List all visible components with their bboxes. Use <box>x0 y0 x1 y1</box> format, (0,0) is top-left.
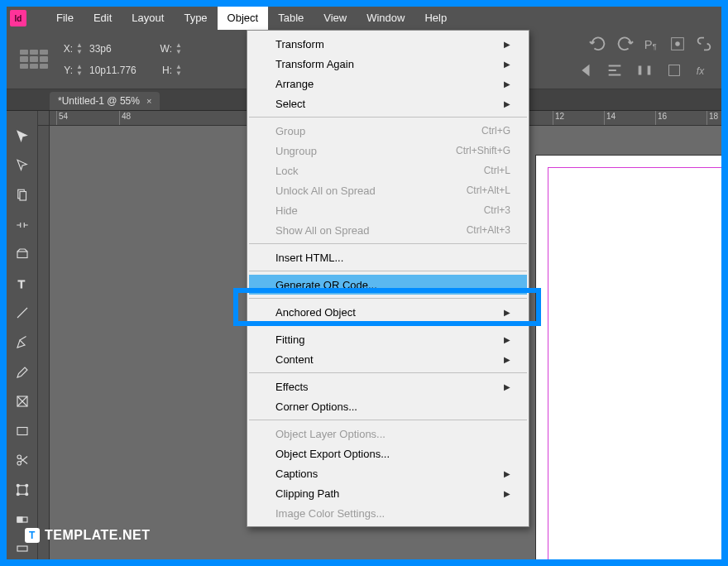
fx-icon[interactable]: fx <box>695 61 713 79</box>
document-tab-title: *Untitled-1 @ 55% <box>58 95 140 107</box>
menu-item-corner-options[interactable]: Corner Options... <box>247 396 529 416</box>
svg-rect-16 <box>17 427 27 434</box>
svg-line-12 <box>17 308 27 318</box>
direct-selection-tool-icon[interactable] <box>12 156 33 177</box>
skip-back-icon[interactable] <box>576 61 594 79</box>
rectangle-tool-icon[interactable] <box>12 420 33 442</box>
ruler-tick: 14 <box>604 111 615 126</box>
menu-item-transform-again[interactable]: Transform Again▶ <box>247 54 529 74</box>
w-field[interactable]: W: ▲▼ <box>159 41 247 57</box>
ruler-tick: 48 <box>119 111 131 126</box>
scissors-tool-icon[interactable] <box>12 450 33 472</box>
app-logo-icon: Id <box>10 10 26 26</box>
y-field[interactable]: Y: ▲▼ 10p11.776 <box>60 62 147 79</box>
redo-icon[interactable] <box>615 35 634 53</box>
menu-item-captions[interactable]: Captions▶ <box>247 463 529 483</box>
submenu-arrow-icon: ▶ <box>504 489 510 498</box>
x-value[interactable]: 33p6 <box>89 43 147 55</box>
menu-item-arrange[interactable]: Arrange▶ <box>247 74 529 94</box>
svg-point-20 <box>17 484 19 487</box>
gap-tool-icon[interactable] <box>12 214 33 236</box>
stepper-icon[interactable]: ▲▼ <box>76 62 86 79</box>
rectangle-frame-tool-icon[interactable] <box>12 391 33 412</box>
menu-item-object-layer-options: Object Layer Options... <box>247 424 529 444</box>
menubar-item-file[interactable]: File <box>46 7 84 30</box>
distribute-icon[interactable] <box>635 61 654 79</box>
submenu-arrow-icon: ▶ <box>504 40 510 49</box>
menu-item-label: Effects <box>275 381 309 393</box>
reference-point-grid[interactable] <box>20 50 48 70</box>
menu-item-label: Unlock All on Spread <box>275 185 376 197</box>
menubar-item-layout[interactable]: Layout <box>122 7 174 30</box>
x-label: X: <box>60 43 73 55</box>
close-icon[interactable]: × <box>146 96 151 106</box>
menubar-item-view[interactable]: View <box>314 7 357 30</box>
right-toolbar-2: fx <box>576 61 713 79</box>
document-tab[interactable]: *Untitled-1 @ 55% × <box>50 92 160 110</box>
selection-tool-icon[interactable] <box>12 126 33 147</box>
menu-item-select[interactable]: Select▶ <box>247 94 529 113</box>
link-icon[interactable] <box>695 35 713 53</box>
frame-options-icon[interactable] <box>668 35 687 53</box>
menu-item-clipping-path[interactable]: Clipping Path▶ <box>247 483 529 503</box>
menu-item-label: Content <box>275 353 314 366</box>
menu-item-label: Clipping Path <box>275 487 339 500</box>
character-panel-icon[interactable]: P¶ <box>642 35 660 53</box>
stepper-icon[interactable]: ▲▼ <box>175 41 185 57</box>
menu-item-content[interactable]: Content▶ <box>247 349 529 369</box>
menubar-item-table[interactable]: Table <box>268 7 314 30</box>
menu-item-transform[interactable]: Transform▶ <box>247 34 529 54</box>
menubar-item-window[interactable]: Window <box>357 7 414 30</box>
menu-separator <box>249 271 527 271</box>
undo-icon[interactable] <box>589 35 607 53</box>
svg-rect-6 <box>669 65 680 76</box>
menu-item-fitting[interactable]: Fitting▶ <box>247 329 529 349</box>
menu-item-insert-html[interactable]: Insert HTML... <box>247 247 529 267</box>
ruler-origin[interactable] <box>38 111 50 126</box>
menu-item-label: Lock <box>275 165 298 177</box>
svg-point-3 <box>675 41 680 46</box>
menu-item-anchored-object[interactable]: Anchored Object▶ <box>247 302 529 322</box>
menu-separator <box>249 372 527 373</box>
y-label: Y: <box>60 65 73 76</box>
menu-item-object-export-options[interactable]: Object Export Options... <box>247 444 529 463</box>
pen-tool-icon[interactable] <box>12 332 33 353</box>
menu-item-effects[interactable]: Effects▶ <box>247 377 529 396</box>
menu-item-label: Corner Options... <box>275 401 357 413</box>
page-tool-icon[interactable] <box>12 185 33 206</box>
menubar-item-type[interactable]: Type <box>174 7 217 30</box>
menu-item-label: Object Layer Options... <box>275 428 386 440</box>
submenu-arrow-icon: ▶ <box>504 335 510 344</box>
menu-shortcut: Ctrl+Alt+3 <box>467 224 510 236</box>
submenu-arrow-icon: ▶ <box>504 355 510 364</box>
pencil-tool-icon[interactable] <box>12 362 33 383</box>
page[interactable] <box>536 156 721 559</box>
line-tool-icon[interactable] <box>12 303 33 324</box>
gradient-swatch-tool-icon[interactable] <box>12 509 33 530</box>
svg-point-22 <box>17 493 19 496</box>
content-collector-icon[interactable] <box>12 243 33 265</box>
menubar-item-help[interactable]: Help <box>414 7 457 30</box>
ruler-tick: 54 <box>56 111 68 126</box>
menu-separator <box>249 325 527 326</box>
menubar-item-object[interactable]: Object <box>218 7 269 30</box>
stepper-icon[interactable]: ▲▼ <box>175 62 185 79</box>
y-value[interactable]: 10p11.776 <box>89 65 147 76</box>
menu-item-label: Transform Again <box>275 58 354 70</box>
type-tool-icon[interactable]: T <box>12 273 33 295</box>
transform-icon[interactable] <box>665 61 683 79</box>
menubar-item-edit[interactable]: Edit <box>84 7 122 30</box>
stepper-icon[interactable]: ▲▼ <box>76 41 86 57</box>
menu-item-label: Ungroup <box>275 145 317 157</box>
menu-item-label: Transform <box>275 38 324 50</box>
toolbox: T <box>7 111 38 559</box>
ruler-vertical[interactable] <box>38 126 50 559</box>
h-field[interactable]: H: ▲▼ <box>159 62 247 79</box>
menu-item-image-color-settings: Image Color Settings... <box>247 503 529 523</box>
menu-item-label: Anchored Object <box>275 306 356 319</box>
submenu-arrow-icon: ▶ <box>504 79 510 89</box>
align-icon[interactable] <box>606 61 624 79</box>
menu-item-generate-qr-code[interactable]: Generate QR Code... <box>249 275 527 295</box>
x-field[interactable]: X: ▲▼ 33p6 <box>60 41 147 57</box>
free-transform-tool-icon[interactable] <box>12 479 33 501</box>
